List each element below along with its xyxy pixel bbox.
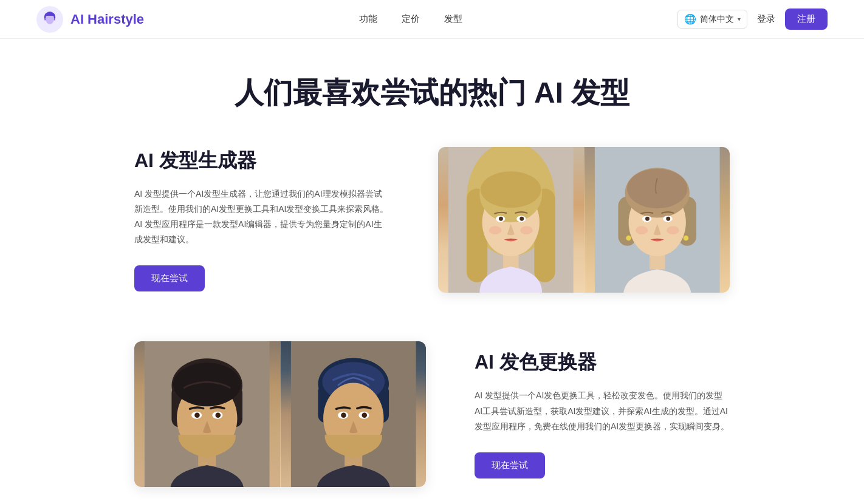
navbar: AI Hairstyle 功能 定价 发型 🌐 简体中文 ▾ 登录 注册 (0, 0, 864, 39)
svg-point-15 (519, 216, 524, 220)
language-label: 简体中文 (700, 14, 734, 25)
section1-heading: AI 发型生成器 (134, 148, 389, 174)
chevron-down-icon: ▾ (738, 16, 741, 22)
svg-point-30 (667, 226, 679, 234)
register-button[interactable]: 注册 (785, 9, 828, 30)
section-hairstyle-generator: AI 发型生成器 AI 发型提供一个AI发型生成器，让您通过我们的AI理发模拟器… (0, 123, 864, 317)
nav-hairstyle[interactable]: 发型 (444, 13, 462, 25)
section2-cta-button[interactable]: 现在尝试 (475, 452, 545, 478)
svg-point-43 (215, 412, 221, 418)
svg-point-39 (173, 363, 241, 406)
svg-point-28 (666, 216, 670, 220)
man-before-svg (134, 341, 280, 487)
woman-before-svg (438, 147, 584, 293)
brand-logo-icon[interactable] (36, 6, 63, 33)
nav-features[interactable]: 功能 (359, 13, 377, 25)
section2-image-after (280, 341, 427, 487)
svg-point-17 (520, 226, 533, 234)
section1-image-pair (438, 147, 730, 293)
section-hair-color: AI 发色更换器 AI 发型提供一个AI发色更换工具，轻松改变发色。使用我们的发… (0, 317, 864, 504)
woman-after-svg (585, 147, 730, 293)
svg-point-29 (635, 226, 648, 234)
svg-point-14 (499, 216, 503, 220)
globe-icon: 🌐 (684, 13, 696, 25)
brand-name: AI Hairstyle (70, 12, 144, 27)
man-after-svg (281, 341, 427, 487)
hero-section: 人们最喜欢尝试的热门 AI 发型 (0, 39, 864, 123)
svg-point-53 (341, 412, 346, 418)
section1-image-before (438, 147, 584, 293)
section1-text: AI 发型生成器 AI 发型提供一个AI发型生成器，让您通过我们的AI理发模拟器… (134, 148, 389, 292)
svg-point-42 (194, 412, 200, 418)
svg-point-24 (627, 169, 687, 208)
section2-image-pair (134, 341, 426, 487)
section1-description: AI 发型提供一个AI发型生成器，让您通过我们的AI理发模拟器尝试新造型。使用我… (134, 186, 389, 248)
navbar-actions: 🌐 简体中文 ▾ 登录 注册 (677, 9, 828, 30)
svg-point-11 (481, 171, 541, 208)
section2-heading: AI 发色更换器 (475, 349, 730, 376)
svg-point-32 (683, 235, 688, 240)
section2-image-before (134, 341, 280, 487)
svg-point-27 (645, 216, 650, 220)
hero-title: 人们最喜欢尝试的热门 AI 发型 (12, 75, 852, 111)
login-button[interactable]: 登录 (757, 13, 775, 25)
section1-image-after (584, 147, 730, 293)
nav-links: 功能 定价 发型 (359, 13, 462, 25)
section2-text: AI 发色更换器 AI 发型提供一个AI发色更换工具，轻松改变发色。使用我们的发… (475, 349, 730, 478)
svg-point-54 (362, 412, 367, 418)
language-selector[interactable]: 🌐 简体中文 ▾ (677, 10, 747, 29)
section1-cta-button[interactable]: 现在尝试 (134, 265, 205, 291)
svg-point-31 (626, 235, 631, 240)
section2-description: AI 发型提供一个AI发色更换工具，轻松改变发色。使用我们的发型AI工具尝试新造… (475, 388, 730, 434)
svg-point-16 (489, 226, 502, 234)
nav-pricing[interactable]: 定价 (402, 13, 420, 25)
brand-logo-area: AI Hairstyle (36, 6, 144, 33)
